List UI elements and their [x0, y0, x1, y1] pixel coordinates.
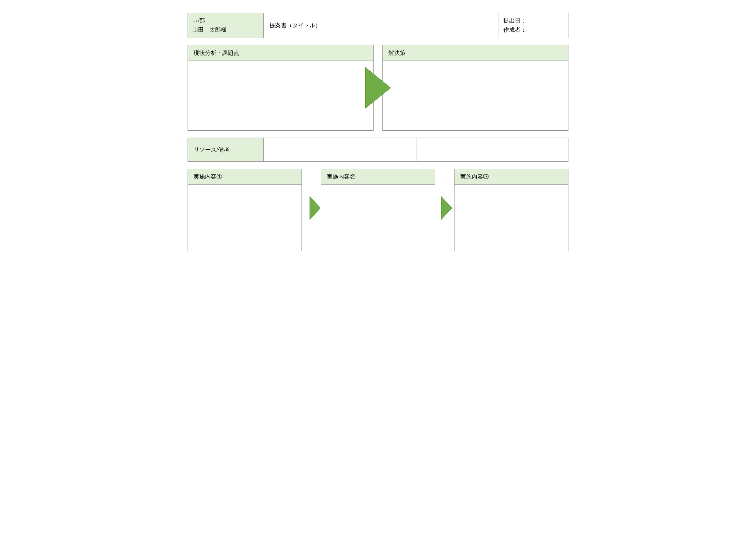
date-label: 提出日：	[503, 16, 564, 25]
recipient-name: 山田 太郎様	[192, 25, 259, 35]
resources-cell-2	[416, 138, 569, 162]
solution-body	[382, 61, 568, 131]
department-text: ○○部	[192, 16, 259, 25]
arrow-right-small-icon	[440, 195, 453, 221]
header-row: ○○部 山田 太郎様 提案書（タイトル） 提出日： 作成者：	[188, 13, 568, 38]
svg-marker-1	[310, 196, 321, 220]
step-3-body	[454, 185, 568, 251]
resources-label: リソース/備考	[188, 138, 264, 162]
step-3: 実施内容③	[454, 169, 568, 251]
svg-marker-2	[441, 196, 452, 220]
step-1-body	[188, 185, 302, 251]
resources-row: リソース/備考	[188, 138, 568, 162]
steps-row: 実施内容① 実施内容② 実施内容③	[188, 169, 568, 251]
step-1: 実施内容①	[188, 169, 302, 251]
recipient-box: ○○部 山田 太郎様	[188, 13, 264, 38]
analysis-panel: 現状分析・課題点	[188, 45, 374, 131]
analysis-solution-row: 現状分析・課題点 解決策	[188, 45, 568, 131]
arrow-right-small-icon	[309, 195, 321, 221]
solution-panel: 解決策	[382, 45, 568, 131]
step-3-title: 実施内容③	[454, 169, 568, 185]
step-2: 実施内容②	[321, 169, 435, 251]
solution-title: 解決策	[382, 45, 568, 61]
title-text: 提案書（タイトル）	[269, 22, 321, 29]
step-1-title: 実施内容①	[188, 169, 302, 185]
resources-cell-1	[264, 138, 416, 162]
step-2-body	[321, 185, 435, 251]
meta-box: 提出日： 作成者：	[499, 13, 568, 38]
step-2-title: 実施内容②	[321, 169, 435, 185]
title-box: 提案書（タイトル）	[264, 13, 499, 38]
analysis-title: 現状分析・課題点	[188, 45, 374, 61]
analysis-body	[188, 61, 374, 131]
proposal-template: ○○部 山田 太郎様 提案書（タイトル） 提出日： 作成者： 現状分析・課題点 …	[188, 13, 568, 251]
author-label: 作成者：	[503, 25, 564, 35]
